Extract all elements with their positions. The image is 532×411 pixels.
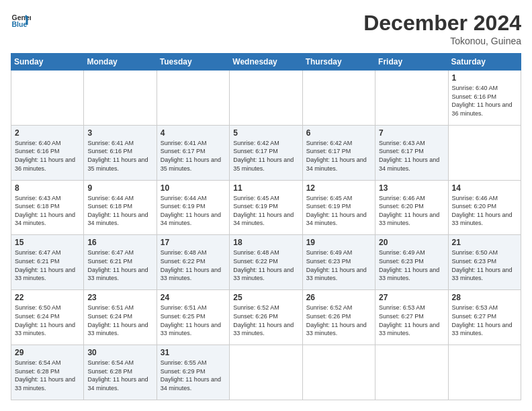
day-number: 14: [452, 183, 517, 193]
calendar-week-row: 8Sunrise: 6:43 AMSunset: 6:18 PMDaylight…: [11, 180, 521, 235]
day-info: Sunrise: 6:47 AMSunset: 6:21 PMDaylight:…: [87, 248, 152, 282]
day-number: 29: [15, 348, 80, 357]
day-info: Sunrise: 6:43 AMSunset: 6:17 PMDaylight:…: [379, 139, 444, 173]
day-info: Sunrise: 6:54 AMSunset: 6:28 PMDaylight:…: [87, 359, 152, 392]
day-info: Sunrise: 6:48 AMSunset: 6:22 PMDaylight:…: [233, 248, 298, 282]
calendar-cell: [375, 71, 448, 126]
col-tuesday: Tuesday: [157, 54, 229, 71]
calendar-cell: 24Sunrise: 6:51 AMSunset: 6:25 PMDayligh…: [157, 290, 229, 345]
day-number: 12: [306, 183, 371, 193]
day-info: Sunrise: 6:44 AMSunset: 6:18 PMDaylight:…: [87, 194, 152, 228]
day-info: Sunrise: 6:44 AMSunset: 6:19 PMDaylight:…: [161, 194, 226, 228]
calendar-cell: 31Sunrise: 6:55 AMSunset: 6:29 PMDayligh…: [157, 345, 229, 400]
page: General Blue December 2024 Tokonou, Guin…: [0, 0, 532, 411]
month-title: December 2024: [363, 11, 521, 36]
day-number: 7: [379, 128, 444, 138]
day-number: 20: [379, 238, 444, 247]
calendar-cell: 27Sunrise: 6:53 AMSunset: 6:27 PMDayligh…: [375, 290, 448, 345]
day-number: 30: [87, 348, 152, 357]
day-number: 2: [15, 128, 80, 138]
calendar-cell: 20Sunrise: 6:49 AMSunset: 6:23 PMDayligh…: [375, 235, 448, 290]
calendar-cell: 2Sunrise: 6:40 AMSunset: 6:16 PMDaylight…: [11, 125, 84, 180]
calendar-cell: 17Sunrise: 6:48 AMSunset: 6:22 PMDayligh…: [157, 235, 229, 290]
day-info: Sunrise: 6:51 AMSunset: 6:24 PMDaylight:…: [87, 304, 152, 337]
calendar-week-row: 2Sunrise: 6:40 AMSunset: 6:16 PMDaylight…: [11, 125, 521, 180]
day-info: Sunrise: 6:54 AMSunset: 6:28 PMDaylight:…: [15, 359, 80, 392]
day-number: 1: [452, 73, 517, 83]
day-number: 9: [87, 183, 152, 193]
day-number: 16: [87, 238, 152, 247]
day-info: Sunrise: 6:47 AMSunset: 6:21 PMDaylight:…: [15, 248, 80, 282]
day-info: Sunrise: 6:42 AMSunset: 6:17 PMDaylight:…: [306, 139, 371, 173]
calendar-cell: 4Sunrise: 6:41 AMSunset: 6:17 PMDaylight…: [157, 125, 229, 180]
calendar-cell: 9Sunrise: 6:44 AMSunset: 6:18 PMDaylight…: [84, 180, 157, 235]
calendar-week-row: 1Sunrise: 6:40 AMSunset: 6:16 PMDaylight…: [11, 71, 521, 126]
col-saturday: Saturday: [448, 54, 521, 71]
calendar-cell: 1Sunrise: 6:40 AMSunset: 6:16 PMDaylight…: [448, 71, 521, 126]
day-number: 15: [15, 238, 80, 247]
calendar-cell: [230, 345, 302, 400]
calendar-week-row: 15Sunrise: 6:47 AMSunset: 6:21 PMDayligh…: [11, 235, 521, 290]
day-info: Sunrise: 6:49 AMSunset: 6:23 PMDaylight:…: [379, 248, 444, 282]
day-info: Sunrise: 6:42 AMSunset: 6:17 PMDaylight:…: [233, 139, 298, 173]
calendar-header-row: Sunday Monday Tuesday Wednesday Thursday…: [11, 54, 521, 71]
calendar-table: Sunday Monday Tuesday Wednesday Thursday…: [11, 53, 521, 400]
calendar-cell: 22Sunrise: 6:50 AMSunset: 6:24 PMDayligh…: [11, 290, 84, 345]
calendar-cell: 5Sunrise: 6:42 AMSunset: 6:17 PMDaylight…: [230, 125, 302, 180]
day-number: 17: [161, 238, 226, 247]
day-number: 8: [15, 183, 80, 193]
day-number: 25: [233, 293, 298, 302]
day-number: 5: [233, 128, 298, 138]
day-number: 18: [233, 238, 298, 247]
day-number: 6: [306, 128, 371, 138]
day-info: Sunrise: 6:50 AMSunset: 6:23 PMDaylight:…: [452, 248, 517, 282]
calendar-cell: 3Sunrise: 6:41 AMSunset: 6:16 PMDaylight…: [84, 125, 157, 180]
day-info: Sunrise: 6:48 AMSunset: 6:22 PMDaylight:…: [161, 248, 226, 282]
day-number: 24: [161, 293, 226, 302]
day-number: 19: [306, 238, 371, 247]
day-info: Sunrise: 6:52 AMSunset: 6:26 PMDaylight:…: [306, 304, 371, 337]
day-number: 27: [379, 293, 444, 302]
header: General Blue December 2024 Tokonou, Guin…: [11, 11, 521, 46]
calendar-cell: 18Sunrise: 6:48 AMSunset: 6:22 PMDayligh…: [230, 235, 302, 290]
calendar-cell: [375, 345, 448, 400]
calendar-cell: [230, 71, 302, 126]
day-number: 23: [87, 293, 152, 302]
col-wednesday: Wednesday: [230, 54, 302, 71]
logo: General Blue: [11, 11, 31, 31]
calendar-week-row: 29Sunrise: 6:54 AMSunset: 6:28 PMDayligh…: [11, 345, 521, 400]
calendar-cell: 7Sunrise: 6:43 AMSunset: 6:17 PMDaylight…: [375, 125, 448, 180]
day-info: Sunrise: 6:45 AMSunset: 6:19 PMDaylight:…: [233, 194, 298, 228]
day-number: 26: [306, 293, 371, 302]
day-info: Sunrise: 6:40 AMSunset: 6:16 PMDaylight:…: [452, 84, 517, 118]
calendar-cell: 23Sunrise: 6:51 AMSunset: 6:24 PMDayligh…: [84, 290, 157, 345]
day-info: Sunrise: 6:50 AMSunset: 6:24 PMDaylight:…: [15, 304, 80, 337]
day-number: 28: [452, 293, 517, 302]
calendar-cell: 16Sunrise: 6:47 AMSunset: 6:21 PMDayligh…: [84, 235, 157, 290]
day-number: 10: [161, 183, 226, 193]
day-info: Sunrise: 6:49 AMSunset: 6:23 PMDaylight:…: [306, 248, 371, 282]
calendar-cell: 26Sunrise: 6:52 AMSunset: 6:26 PMDayligh…: [302, 290, 375, 345]
day-info: Sunrise: 6:46 AMSunset: 6:20 PMDaylight:…: [452, 194, 517, 228]
calendar-cell: [84, 71, 157, 126]
col-thursday: Thursday: [302, 54, 375, 71]
day-number: 4: [161, 128, 226, 138]
day-number: 22: [15, 293, 80, 302]
calendar-cell: 30Sunrise: 6:54 AMSunset: 6:28 PMDayligh…: [84, 345, 157, 400]
calendar-cell: 14Sunrise: 6:46 AMSunset: 6:20 PMDayligh…: [448, 180, 521, 235]
day-info: Sunrise: 6:53 AMSunset: 6:27 PMDaylight:…: [452, 304, 517, 337]
calendar-cell: 28Sunrise: 6:53 AMSunset: 6:27 PMDayligh…: [448, 290, 521, 345]
day-info: Sunrise: 6:43 AMSunset: 6:18 PMDaylight:…: [15, 194, 80, 228]
calendar-cell: [11, 71, 84, 126]
location: Tokonou, Guinea: [363, 36, 521, 46]
day-number: 11: [233, 183, 298, 193]
day-info: Sunrise: 6:46 AMSunset: 6:20 PMDaylight:…: [379, 194, 444, 228]
day-info: Sunrise: 6:45 AMSunset: 6:19 PMDaylight:…: [306, 194, 371, 228]
day-number: 13: [379, 183, 444, 193]
day-info: Sunrise: 6:40 AMSunset: 6:16 PMDaylight:…: [15, 139, 80, 173]
calendar-cell: 6Sunrise: 6:42 AMSunset: 6:17 PMDaylight…: [302, 125, 375, 180]
col-friday: Friday: [375, 54, 448, 71]
day-info: Sunrise: 6:41 AMSunset: 6:16 PMDaylight:…: [87, 139, 152, 173]
svg-text:Blue: Blue: [12, 20, 28, 28]
calendar-cell: 13Sunrise: 6:46 AMSunset: 6:20 PMDayligh…: [375, 180, 448, 235]
